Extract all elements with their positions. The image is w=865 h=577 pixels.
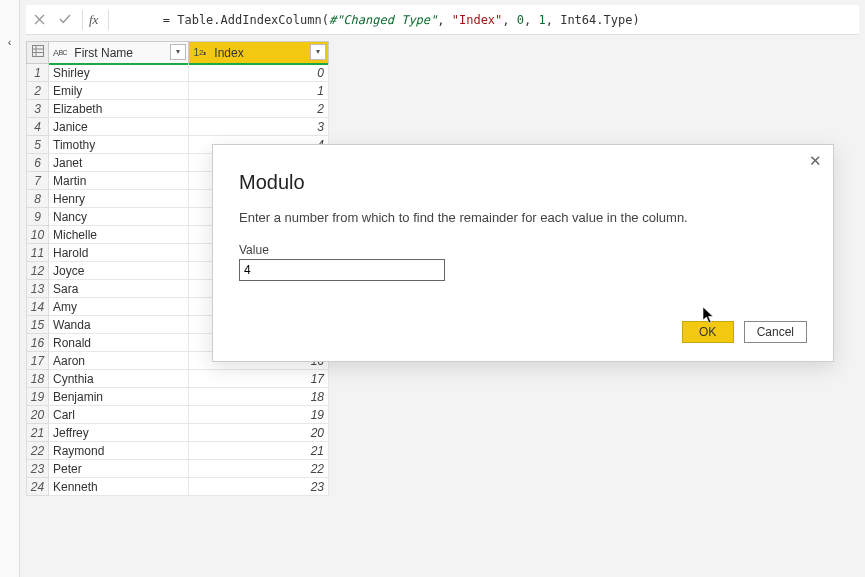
column-quality-bar	[189, 63, 328, 65]
table-row[interactable]: 2Emily1	[27, 82, 329, 100]
cell-index[interactable]: 19	[189, 406, 329, 424]
table-row[interactable]: 19Benjamin18	[27, 388, 329, 406]
divider	[108, 10, 109, 30]
table-row[interactable]: 3Elizabeth2	[27, 100, 329, 118]
type-text-icon: ABC	[51, 44, 69, 62]
close-button[interactable]: ✕	[805, 151, 825, 171]
row-number[interactable]: 3	[27, 100, 49, 118]
row-number[interactable]: 16	[27, 334, 49, 352]
cell-first-name[interactable]: Timothy	[49, 136, 189, 154]
cell-first-name[interactable]: Raymond	[49, 442, 189, 460]
cell-first-name[interactable]: Kenneth	[49, 478, 189, 496]
row-number[interactable]: 9	[27, 208, 49, 226]
row-number[interactable]: 10	[27, 226, 49, 244]
divider	[82, 10, 83, 30]
column-filter-button[interactable]: ▾	[170, 44, 186, 60]
cell-first-name[interactable]: Michelle	[49, 226, 189, 244]
row-number[interactable]: 6	[27, 154, 49, 172]
cell-first-name[interactable]: Joyce	[49, 262, 189, 280]
table-row[interactable]: 22Raymond21	[27, 442, 329, 460]
row-number[interactable]: 21	[27, 424, 49, 442]
formula-bar: fx = Table.AddIndexColumn(#"Changed Type…	[26, 5, 859, 35]
cell-first-name[interactable]: Carl	[49, 406, 189, 424]
row-number[interactable]: 1	[27, 64, 49, 82]
column-name: First Name	[74, 46, 133, 60]
cell-first-name[interactable]: Aaron	[49, 352, 189, 370]
modulo-dialog: ✕ Modulo Enter a number from which to fi…	[212, 144, 834, 362]
cell-first-name[interactable]: Peter	[49, 460, 189, 478]
cancel-button[interactable]: Cancel	[744, 321, 807, 343]
cell-first-name[interactable]: Ronald	[49, 334, 189, 352]
cell-first-name[interactable]: Sara	[49, 280, 189, 298]
formula-input[interactable]: = Table.AddIndexColumn(#"Changed Type", …	[113, 0, 859, 41]
row-number[interactable]: 23	[27, 460, 49, 478]
cell-index[interactable]: 21	[189, 442, 329, 460]
cell-first-name[interactable]: Wanda	[49, 316, 189, 334]
row-number[interactable]: 11	[27, 244, 49, 262]
row-number[interactable]: 15	[27, 316, 49, 334]
ok-button[interactable]: OK	[682, 321, 734, 343]
column-name: Index	[214, 46, 243, 60]
chevron-down-icon: ▾	[316, 48, 320, 56]
cell-first-name[interactable]: Emily	[49, 82, 189, 100]
row-number[interactable]: 14	[27, 298, 49, 316]
row-number[interactable]: 20	[27, 406, 49, 424]
accept-formula-button[interactable]	[54, 9, 76, 31]
column-filter-button[interactable]: ▾	[310, 44, 326, 60]
cell-first-name[interactable]: Janice	[49, 118, 189, 136]
column-quality-bar	[49, 63, 188, 65]
column-header-index[interactable]: 12₃ Index ▾	[189, 42, 329, 64]
cell-first-name[interactable]: Martin	[49, 172, 189, 190]
cell-first-name[interactable]: Cynthia	[49, 370, 189, 388]
row-number[interactable]: 24	[27, 478, 49, 496]
table-row[interactable]: 24Kenneth23	[27, 478, 329, 496]
cell-index[interactable]: 2	[189, 100, 329, 118]
cell-index[interactable]: 23	[189, 478, 329, 496]
cell-index[interactable]: 1	[189, 82, 329, 100]
close-icon: ✕	[809, 152, 822, 170]
cell-index[interactable]: 20	[189, 424, 329, 442]
cell-index[interactable]: 18	[189, 388, 329, 406]
cell-first-name[interactable]: Jeffrey	[49, 424, 189, 442]
select-all-cell[interactable]	[27, 42, 49, 64]
main-area: fx = Table.AddIndexColumn(#"Changed Type…	[20, 0, 865, 577]
fx-icon[interactable]: fx	[89, 12, 98, 28]
cell-index[interactable]: 3	[189, 118, 329, 136]
table-row[interactable]: 1Shirley0	[27, 64, 329, 82]
cell-first-name[interactable]: Amy	[49, 298, 189, 316]
row-number[interactable]: 18	[27, 370, 49, 388]
cell-first-name[interactable]: Elizabeth	[49, 100, 189, 118]
cell-first-name[interactable]: Harold	[49, 244, 189, 262]
panel-collapse-button[interactable]: ‹	[0, 0, 20, 577]
value-label: Value	[239, 243, 807, 257]
cell-first-name[interactable]: Nancy	[49, 208, 189, 226]
column-header-first-name[interactable]: ABC First Name ▾	[49, 42, 189, 64]
row-number[interactable]: 17	[27, 352, 49, 370]
chevron-down-icon: ▾	[176, 48, 180, 56]
row-number[interactable]: 4	[27, 118, 49, 136]
table-row[interactable]: 4Janice3	[27, 118, 329, 136]
row-number[interactable]: 5	[27, 136, 49, 154]
cell-index[interactable]: 17	[189, 370, 329, 388]
row-number[interactable]: 13	[27, 280, 49, 298]
cell-index[interactable]: 22	[189, 460, 329, 478]
table-row[interactable]: 20Carl19	[27, 406, 329, 424]
row-number[interactable]: 7	[27, 172, 49, 190]
row-number[interactable]: 19	[27, 388, 49, 406]
row-number[interactable]: 12	[27, 262, 49, 280]
cell-first-name[interactable]: Janet	[49, 154, 189, 172]
cancel-formula-button[interactable]	[28, 9, 50, 31]
table-row[interactable]: 21Jeffrey20	[27, 424, 329, 442]
table-row[interactable]: 18Cynthia17	[27, 370, 329, 388]
row-number[interactable]: 22	[27, 442, 49, 460]
cell-first-name[interactable]: Henry	[49, 190, 189, 208]
row-number[interactable]: 8	[27, 190, 49, 208]
dialog-description: Enter a number from which to find the re…	[239, 210, 807, 225]
table-row[interactable]: 23Peter22	[27, 460, 329, 478]
cell-index[interactable]: 0	[189, 64, 329, 82]
value-input[interactable]	[239, 259, 445, 281]
table-icon	[31, 44, 45, 58]
row-number[interactable]: 2	[27, 82, 49, 100]
cell-first-name[interactable]: Benjamin	[49, 388, 189, 406]
cell-first-name[interactable]: Shirley	[49, 64, 189, 82]
